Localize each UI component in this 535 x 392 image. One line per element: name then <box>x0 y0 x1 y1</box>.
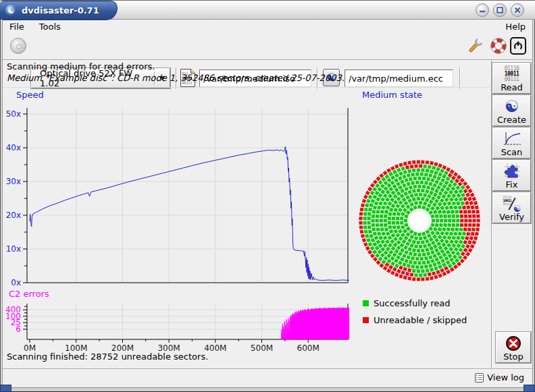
toolbar: Optical drive 52X FW 1.02 011 10011 0011… <box>3 32 532 60</box>
create-button[interactable]: ☯ Create <box>492 95 531 126</box>
view-log-label: View log <box>487 372 524 383</box>
stop-button[interactable]: Stop <box>496 332 531 363</box>
quit-button[interactable] <box>509 36 527 56</box>
menu-tools[interactable]: Tools <box>38 21 62 32</box>
power-icon <box>510 37 526 55</box>
minimize-button[interactable] <box>476 3 489 17</box>
yinyang-icon: ☯ <box>513 204 521 213</box>
legend-item-good: Successfully read <box>363 298 467 308</box>
app-window: ☯ dvdisaster-0.71 File Tools Help Optica… <box>0 0 535 392</box>
fix-icon <box>503 162 521 179</box>
sidebar-separator <box>491 60 492 368</box>
medium-state-disc <box>351 101 493 297</box>
scan-result-text: Scanning finished: 28752 unreadable sect… <box>7 352 208 362</box>
app-icon: ☯ <box>5 5 17 16</box>
window-frame-bottom <box>0 387 535 392</box>
verify-button[interactable]: 01110 10011 00111 ☯ Verify <box>492 192 531 223</box>
svg-text:400: 400 <box>5 305 21 314</box>
svg-text:30x: 30x <box>6 177 21 186</box>
stop-label: Stop <box>503 352 524 362</box>
window-title: dvdisaster-0.71 <box>22 5 99 16</box>
status-line-2: Medium "Example disc": CD-R mode 1, 3524… <box>7 73 345 83</box>
scan-button[interactable]: Scan <box>492 128 531 159</box>
fix-button[interactable]: Fix <box>492 160 531 191</box>
ecc-path-input[interactable] <box>345 69 453 87</box>
menu-file[interactable]: File <box>8 21 26 32</box>
window-frame-right <box>532 20 535 387</box>
stop-icon <box>505 335 521 352</box>
svg-text:40x: 40x <box>6 143 21 152</box>
disc-legend: Successfully read Unreadable / skipped <box>363 298 467 325</box>
scan-label: Scan <box>501 147 523 157</box>
read-label: Read <box>501 82 523 92</box>
svg-text:10x: 10x <box>6 244 21 254</box>
menu-help[interactable]: Help <box>504 21 527 32</box>
legend-label-bad: Unreadable / skipped <box>374 315 467 325</box>
lifebuoy-icon <box>490 37 507 55</box>
bottom-statusbar: View log <box>3 368 532 387</box>
status-line-1: Scanning medium for read errors. <box>7 61 155 72</box>
read-button[interactable]: 01110 10011 00111 Read <box>492 63 531 94</box>
drive-icon-button[interactable] <box>8 36 28 56</box>
window-frame-left <box>0 20 3 387</box>
create-label: Create <box>497 115 526 125</box>
toolbar-separator <box>459 67 460 89</box>
medium-state-title: Medium state <box>362 90 422 100</box>
verify-icon: 01110 10011 00111 ☯ <box>503 196 521 212</box>
maximize-button[interactable] <box>493 3 507 17</box>
close-button[interactable] <box>511 3 524 17</box>
legend-item-bad: Unreadable / skipped <box>363 314 467 325</box>
view-log-button[interactable]: View log <box>475 372 524 383</box>
speed-and-c2-charts: 0x10x20x30x40x50x6251004000M100M200M300M… <box>0 88 358 358</box>
fix-label: Fix <box>506 179 518 190</box>
svg-text:600M: 600M <box>297 343 320 353</box>
legend-swatch-bad <box>363 317 369 323</box>
legend-label-good: Successfully read <box>374 298 450 308</box>
svg-text:500M: 500M <box>251 343 273 353</box>
window-corner-left <box>0 385 11 392</box>
svg-text:20x: 20x <box>6 211 21 220</box>
scan-icon <box>503 131 521 147</box>
optical-disc-icon <box>10 38 26 54</box>
svg-text:0x: 0x <box>11 278 21 287</box>
help-button[interactable] <box>488 36 509 56</box>
menubar: File Tools Help <box>3 20 532 32</box>
legend-swatch-good <box>363 300 369 306</box>
svg-text:50x: 50x <box>6 109 21 119</box>
read-icon: 01110 10011 00111 <box>505 66 519 82</box>
log-list-icon <box>475 373 484 383</box>
titlebar: ☯ dvdisaster-0.71 <box>0 0 535 20</box>
create-icon: ☯ <box>505 99 519 115</box>
titlebar-tab: ☯ dvdisaster-0.71 <box>0 1 118 20</box>
wrench-icon <box>466 36 484 55</box>
preferences-button[interactable] <box>465 36 484 56</box>
window-corner-right <box>524 385 535 392</box>
